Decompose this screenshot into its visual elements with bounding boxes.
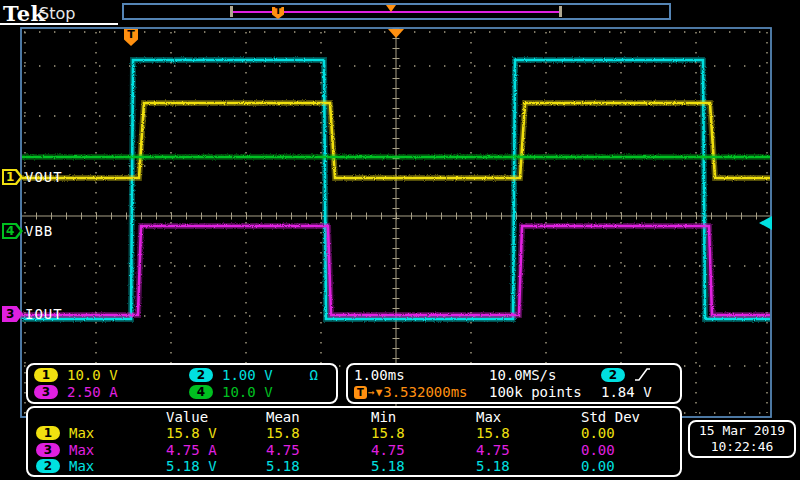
measurement-ch3-badge: 3 — [36, 443, 60, 457]
channel-3-position-marker[interactable]: 3 — [2, 306, 23, 322]
channel-4-signal-label: VBB — [25, 223, 53, 239]
measurement-value: 5.18 V — [166, 458, 266, 474]
measurement-ch1-badge: 1 — [36, 426, 60, 440]
horizontal-trigger-readout-box[interactable]: 1.00ms 10.0MS/s 2 T → ▼ 3.532000ms 100k … — [346, 363, 682, 404]
channel-2-impedance-ohm-icon: Ω — [310, 367, 318, 383]
measurement-mean: 15.8 — [266, 425, 371, 441]
expansion-window-left-bracket[interactable] — [230, 6, 233, 17]
col-header-value: Value — [166, 409, 266, 425]
col-header-max: Max — [476, 409, 581, 425]
col-header-mean: Mean — [266, 409, 371, 425]
channel-3-badge[interactable]: 3 — [34, 385, 58, 399]
channel-1-scale[interactable]: 1 10.0 V — [34, 366, 189, 384]
channel-1-marker-number: 1 — [6, 170, 14, 184]
channel-3-scale[interactable]: 3 2.50 A — [34, 384, 189, 402]
measurement-name: Max — [69, 425, 94, 441]
table-row-label[interactable]: 2 Max — [36, 458, 166, 474]
channel-1-signal-label: VOUT — [25, 169, 63, 185]
channel-scale-readout-box[interactable]: 1 10.0 V 2 1.00 V Ω 3 2.50 A 4 10.0 V — [26, 363, 338, 404]
measurement-mean: 4.75 — [266, 442, 371, 458]
channel-4-marker-number: 4 — [6, 224, 14, 238]
timebase-readout[interactable]: 1.00ms — [354, 366, 489, 384]
measurement-mean: 5.18 — [266, 458, 371, 474]
channel-1-scale-value: 10.0 V — [67, 367, 118, 383]
measurement-value: 4.75 A — [166, 442, 266, 458]
trigger-level-arrow-icon[interactable] — [759, 216, 772, 230]
measurement-max: 5.18 — [476, 458, 581, 474]
acquisition-center-marker-icon — [386, 5, 396, 12]
measurement-value: 15.8 V — [166, 425, 266, 441]
rising-edge-slope-icon — [634, 367, 651, 382]
channel-2-badge[interactable]: 2 — [189, 368, 213, 382]
measurement-name: Max — [69, 458, 94, 474]
table-row-label[interactable]: 1 Max — [36, 425, 166, 441]
measurement-min: 5.18 — [371, 458, 476, 474]
measurement-std: 0.00 — [581, 442, 680, 458]
col-header-min: Min — [371, 409, 476, 425]
measurement-min: 4.75 — [371, 442, 476, 458]
channel-1-position-marker[interactable]: 1 — [2, 169, 23, 185]
oscilloscope-screen: Tek Stop T T 1 4 3 VOUT VBB IOUT 1 10.0 … — [0, 0, 800, 480]
measurements-table[interactable]: Value Mean Min Max Std Dev 1 Max 15.8 V … — [26, 406, 682, 477]
expansion-point-marker-icon[interactable] — [388, 29, 404, 38]
trigger-level-readout[interactable]: 1.84 V — [601, 384, 674, 402]
expansion-window-right-bracket[interactable] — [559, 6, 562, 17]
sample-rate-readout: 10.0MS/s — [489, 366, 601, 384]
col-header-stddev: Std Dev — [581, 409, 680, 425]
table-row-label[interactable]: 3 Max — [36, 442, 166, 458]
channel-1-badge[interactable]: 1 — [34, 368, 58, 382]
date-label: 15 Mar 2019 — [699, 423, 785, 439]
channel-2-scale-value: 1.00 V — [222, 367, 273, 383]
trigger-source-badge[interactable]: 2 — [601, 368, 625, 382]
trigger-delay-value: 3.532000ms — [383, 384, 467, 400]
datetime-box: 15 Mar 2019 10:22:46 — [688, 420, 796, 458]
triangle-down-icon: ▼ — [376, 386, 383, 399]
measurement-max: 4.75 — [476, 442, 581, 458]
trigger-delay-t-icon: T — [354, 386, 367, 399]
channel-2-scale[interactable]: 2 1.00 V Ω — [189, 366, 330, 384]
measurement-std: 0.00 — [581, 458, 680, 474]
trigger-source-slope[interactable]: 2 — [601, 366, 674, 384]
channel-3-signal-label: IOUT — [25, 306, 63, 322]
record-length-readout: 100k points — [489, 384, 601, 402]
arrow-right-icon: → — [368, 386, 375, 399]
channel-4-position-marker[interactable]: 4 — [2, 223, 23, 239]
channel-3-scale-value: 2.50 A — [67, 384, 118, 400]
measurement-max: 15.8 — [476, 425, 581, 441]
acquisition-trigger-flag-icon[interactable]: T — [272, 7, 284, 19]
measurement-name: Max — [69, 442, 94, 458]
channel-4-badge[interactable]: 4 — [189, 385, 213, 399]
trigger-delay-readout[interactable]: T → ▼ 3.532000ms — [354, 384, 489, 402]
measurement-min: 15.8 — [371, 425, 476, 441]
channel-4-scale[interactable]: 4 10.0 V — [189, 384, 330, 402]
channel-4-scale-value: 10.0 V — [222, 384, 273, 400]
channel-3-marker-number: 3 — [6, 307, 14, 321]
time-label: 10:22:46 — [711, 439, 774, 455]
measurement-std: 0.00 — [581, 425, 680, 441]
acquisition-preview-bar[interactable]: T — [122, 3, 671, 20]
measurement-ch2-badge: 2 — [36, 459, 60, 473]
